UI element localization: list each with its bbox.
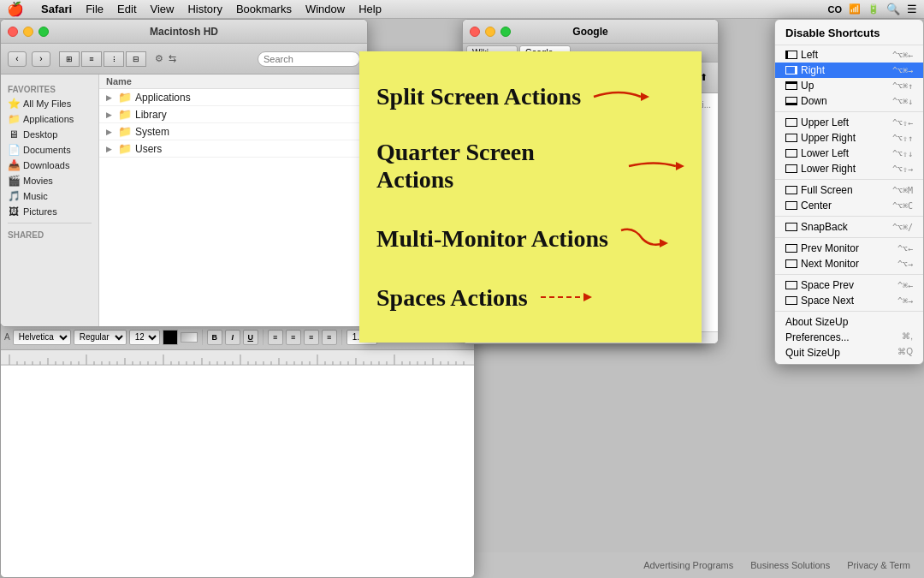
upper-left-icon xyxy=(785,118,797,127)
list-view-button[interactable]: ≡ xyxy=(81,51,102,67)
menu-window[interactable]: Window xyxy=(305,3,345,15)
menu-item-down[interactable]: Down ^⌥⌘↓ xyxy=(775,93,923,109)
file-row-users[interactable]: ▶ 📁 Users xyxy=(99,140,367,158)
sidebar-item-music[interactable]: 🎵 Music xyxy=(1,188,98,204)
down-label: Down xyxy=(801,95,889,107)
file-name-system: System xyxy=(135,126,169,138)
menu-item-prev-monitor[interactable]: Prev Monitor ^⌥← xyxy=(775,241,923,256)
expand-icon[interactable]: ▶ xyxy=(106,145,116,153)
file-row-library[interactable]: ▶ 📁 Library xyxy=(99,106,367,123)
align-right-button[interactable]: ≡ xyxy=(304,330,319,345)
menu-item-snapback[interactable]: SnapBack ^⌥⌘/ xyxy=(775,219,923,235)
svg-marker-0 xyxy=(641,92,649,101)
menu-item-lower-left[interactable]: Lower Left ^⌥⇧↓ xyxy=(775,146,923,161)
menu-item-preferences[interactable]: Preferences... ⌘, xyxy=(775,330,923,345)
align-justify-button[interactable]: ≡ xyxy=(322,330,337,345)
menu-item-lower-right[interactable]: Lower Right ^⌥⇧→ xyxy=(775,161,923,176)
forward-button[interactable]: › xyxy=(32,51,50,67)
cover-flow-button[interactable]: ⊟ xyxy=(126,51,146,67)
document-text xyxy=(15,372,460,384)
menu-item-upper-left[interactable]: Upper Left ^⌥⇧← xyxy=(775,115,923,130)
menu-item-next-monitor[interactable]: Next Monitor ^⌥→ xyxy=(775,256,923,271)
menu-item-space-prev[interactable]: Space Prev ^⌘← xyxy=(775,277,923,293)
file-row-system[interactable]: ▶ 📁 System xyxy=(99,123,367,140)
expand-icon[interactable]: ▶ xyxy=(106,128,116,136)
pictures-icon: 🖼 xyxy=(8,206,20,217)
app-name[interactable]: Safari xyxy=(41,3,72,15)
sidebar-item-movies[interactable]: 🎬 Movies xyxy=(1,173,98,188)
finder-search-input[interactable] xyxy=(258,51,360,67)
down-icon xyxy=(785,97,797,105)
sidebar-item-downloads[interactable]: 📥 Downloads xyxy=(1,158,98,173)
menu-item-right[interactable]: Right ^⌥⌘→ xyxy=(775,63,923,78)
menu-history[interactable]: History xyxy=(187,3,222,15)
align-center-button[interactable]: ≡ xyxy=(286,330,301,345)
menu-file[interactable]: File xyxy=(86,3,104,15)
sticky-line-2: Quarter Screen Actions xyxy=(376,139,684,194)
back-button[interactable]: ‹ xyxy=(8,51,27,67)
folder-icon: 📁 xyxy=(118,108,132,121)
up-shortcut: ^⌥⌘↑ xyxy=(892,81,913,91)
safari-minimize-button[interactable] xyxy=(485,27,495,37)
italic-button[interactable]: I xyxy=(225,330,240,345)
icon-view-button[interactable]: ⊞ xyxy=(59,51,80,67)
expand-icon[interactable]: ▶ xyxy=(106,110,116,119)
menu-help[interactable]: Help xyxy=(358,3,382,15)
menu-item-left[interactable]: Left ^⌥⌘← xyxy=(775,47,923,63)
all-my-files-icon: ⭐ xyxy=(8,98,20,110)
menu-item-about[interactable]: About SizeUp xyxy=(775,314,923,330)
textedit-content[interactable] xyxy=(1,366,474,577)
menu-item-center[interactable]: Center ^⌥⌘C xyxy=(775,198,923,213)
battery-icon: 🔋 xyxy=(868,3,880,15)
sticky-note: Split Screen Actions Quarter Screen Acti… xyxy=(359,51,702,343)
maximize-button[interactable] xyxy=(38,27,49,37)
toolbar-divider-2 xyxy=(263,330,264,345)
privacy-link[interactable]: Privacy & Term xyxy=(847,560,910,570)
bold-button[interactable]: B xyxy=(207,330,222,345)
safari-close-button[interactable] xyxy=(470,27,480,37)
sticky-line-4: Spaces Actions xyxy=(376,284,684,312)
name-column-header: Name xyxy=(106,76,132,86)
menu-edit[interactable]: Edit xyxy=(117,3,136,15)
font-style-select[interactable]: Regular xyxy=(74,330,127,345)
menu-bookmarks[interactable]: Bookmarks xyxy=(236,3,292,15)
menu-item-space-next[interactable]: Space Next ^⌘→ xyxy=(775,293,923,308)
toolbar-divider-1 xyxy=(202,330,203,345)
font-size-select[interactable]: 12 xyxy=(129,330,160,345)
menu-item-upper-right[interactable]: Upper Right ^⌥⇧↑ xyxy=(775,130,923,146)
menu-item-quit[interactable]: Quit SizeUp ⌘Q xyxy=(775,345,923,361)
menu-item-full-screen[interactable]: Full Screen ^⌥⌘M xyxy=(775,182,923,198)
file-row-applications[interactable]: ▶ 📁 Applications xyxy=(99,89,367,106)
menu-extra-icon[interactable]: ☰ xyxy=(907,3,917,15)
apple-menu[interactable]: 🍎 xyxy=(7,1,24,17)
scrollbar-area[interactable] xyxy=(1,326,367,327)
sidebar-item-desktop[interactable]: 🖥 Desktop xyxy=(1,127,98,142)
lower-right-shortcut: ^⌥⇧→ xyxy=(892,164,913,174)
quit-shortcut: ⌘Q xyxy=(897,347,913,356)
finder-sidebar: FAVORITES ⭐ All My Files 📁 Applications … xyxy=(1,74,99,326)
sidebar-item-pictures[interactable]: 🖼 Pictures xyxy=(1,204,98,219)
minimize-button[interactable] xyxy=(23,27,33,37)
lower-left-shortcut: ^⌥⇧↓ xyxy=(892,149,913,158)
sidebar-item-all-my-files[interactable]: ⭐ All My Files xyxy=(1,96,98,111)
sidebar-item-documents[interactable]: 📄 Documents xyxy=(1,142,98,158)
underline-button[interactable]: U xyxy=(243,330,258,345)
lower-left-label: Lower Left xyxy=(801,147,889,159)
sidebar-item-applications[interactable]: 📁 Applications xyxy=(1,111,98,127)
snapback-label: SnapBack xyxy=(801,221,889,233)
menu-item-up[interactable]: Up ^⌥⌘↑ xyxy=(775,78,923,93)
color-picker[interactable] xyxy=(163,330,178,345)
advertising-programs-link[interactable]: Advertising Programs xyxy=(643,560,733,570)
close-button[interactable] xyxy=(8,27,18,37)
upper-right-label: Upper Right xyxy=(801,132,889,144)
movies-icon: 🎬 xyxy=(8,175,20,187)
expand-icon[interactable]: ▶ xyxy=(106,93,116,102)
menu-view[interactable]: View xyxy=(151,3,175,15)
align-left-button[interactable]: ≡ xyxy=(268,330,283,345)
safari-maximize-button[interactable] xyxy=(500,27,511,37)
search-icon[interactable]: 🔍 xyxy=(886,3,900,15)
business-solutions-link[interactable]: Business Solutions xyxy=(750,560,830,570)
font-family-select[interactable]: Helvetica xyxy=(13,330,71,345)
space-next-label: Space Next xyxy=(801,295,894,307)
column-view-button[interactable]: ⫶ xyxy=(104,51,124,67)
